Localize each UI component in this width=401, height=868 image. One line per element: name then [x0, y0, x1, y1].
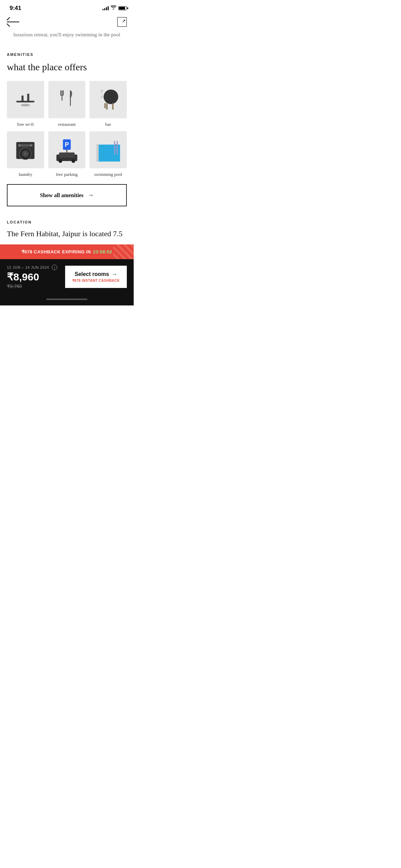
svg-point-17 [24, 152, 27, 155]
status-bar: 9:41 [0, 0, 134, 14]
instant-cashback-label: ₹678 INSTANT CASHBACK [72, 279, 120, 282]
show-all-arrow-icon: → [88, 192, 94, 199]
svg-rect-8 [70, 91, 71, 106]
amenity-item-bar: bar [89, 81, 127, 127]
svg-rect-10 [106, 103, 108, 110]
amenity-img-restaurant [48, 81, 86, 118]
svg-point-18 [19, 144, 21, 146]
svg-rect-24 [59, 153, 75, 158]
info-icon[interactable]: i [52, 265, 57, 270]
home-bar [46, 299, 87, 300]
home-indicator [0, 296, 134, 305]
svg-point-4 [21, 104, 30, 107]
show-all-text: Show all amenities [40, 192, 83, 198]
svg-rect-32 [114, 147, 118, 148]
svg-rect-7 [63, 91, 64, 95]
select-rooms-arrow-icon: → [112, 271, 117, 277]
amenities-section-title: what the place offers [7, 61, 127, 73]
amenity-img-bar [89, 81, 127, 118]
share-button[interactable] [117, 17, 127, 27]
svg-text:P: P [65, 141, 69, 148]
amenity-item-parking: P free parking [48, 131, 86, 178]
amenity-label-wifi: free wi-fi [17, 122, 34, 127]
price-section: 12 JUN – 14 JUN 2024 i ₹8,960 ₹9,760 [7, 265, 57, 289]
select-rooms-label: Select rooms [75, 271, 109, 277]
back-arrow-icon [7, 22, 19, 22]
location-section: LOCATION The Fern Habitat, Jaipur is loc… [0, 217, 134, 244]
status-time: 9:41 [10, 5, 21, 12]
svg-rect-6 [60, 91, 61, 95]
signal-icon [102, 6, 109, 10]
amenity-label-parking: free parking [56, 172, 77, 177]
amenity-label-bar: bar [105, 122, 111, 127]
amenity-img-pool [89, 131, 127, 169]
cashback-prefix: ₹678 CASHBACK EXPIRING IN [22, 249, 91, 254]
amenity-label-pool: swimming pool [94, 172, 122, 177]
amenity-grid: free wi-fi restaurant [7, 81, 127, 177]
bottom-bar: 12 JUN – 14 JUN 2024 i ₹8,960 ₹9,760 Sel… [0, 259, 134, 296]
svg-rect-2 [27, 94, 29, 102]
status-icons [102, 5, 127, 11]
amenity-img-laundry [7, 131, 44, 169]
amenities-section-label: AMENITIES [7, 52, 127, 57]
select-rooms-button[interactable]: Select rooms → ₹678 INSTANT CASHBACK [65, 266, 127, 288]
svg-point-19 [30, 144, 32, 146]
svg-rect-31 [114, 144, 118, 145]
show-all-amenities-button[interactable]: Show all amenities → [7, 184, 127, 206]
amenity-item-laundry: laundry [7, 131, 44, 178]
cashback-timer: 23:58:52 [93, 249, 112, 254]
svg-rect-11 [112, 103, 113, 110]
svg-point-26 [72, 159, 75, 163]
amenity-item-restaurant: restaurant [48, 81, 86, 127]
wifi-status-icon [111, 5, 116, 11]
amenity-label-laundry: laundry [19, 172, 32, 177]
amenity-img-parking: P [48, 131, 86, 169]
header-nav [0, 14, 134, 31]
amenity-label-restaurant: restaurant [58, 122, 75, 127]
svg-rect-28 [96, 144, 98, 161]
location-description: The Fern Habitat, Jaipur is located 7.5 [7, 229, 127, 239]
location-section-label: LOCATION [7, 220, 127, 224]
original-price: ₹9,760 [7, 284, 57, 289]
svg-rect-27 [96, 145, 120, 161]
back-button[interactable] [7, 22, 19, 22]
svg-point-9 [104, 90, 118, 105]
svg-rect-3 [18, 101, 34, 102]
amenity-item-pool: swimming pool [89, 131, 127, 178]
cashback-banner: ₹678 CASHBACK EXPIRING IN 23:58:52 [0, 244, 134, 259]
svg-point-25 [59, 159, 62, 163]
amenity-img-wifi [7, 81, 44, 118]
svg-rect-33 [114, 150, 118, 151]
svg-rect-1 [22, 96, 24, 102]
date-range-text: 12 JUN – 14 JUN 2024 [7, 265, 49, 269]
date-range: 12 JUN – 14 JUN 2024 i [7, 265, 57, 270]
description-text: luxurious retreat, you'll enjoy swimming… [13, 32, 120, 37]
battery-icon [118, 6, 127, 10]
amenities-section: AMENITIES what the place offers free wi-… [0, 46, 134, 207]
select-btn-row: Select rooms → [75, 271, 117, 277]
amenity-item-wifi: free wi-fi [7, 81, 44, 127]
svg-rect-12 [104, 103, 106, 108]
description-partial: luxurious retreat, you'll enjoy swimming… [0, 31, 134, 46]
current-price: ₹8,960 [7, 271, 57, 283]
